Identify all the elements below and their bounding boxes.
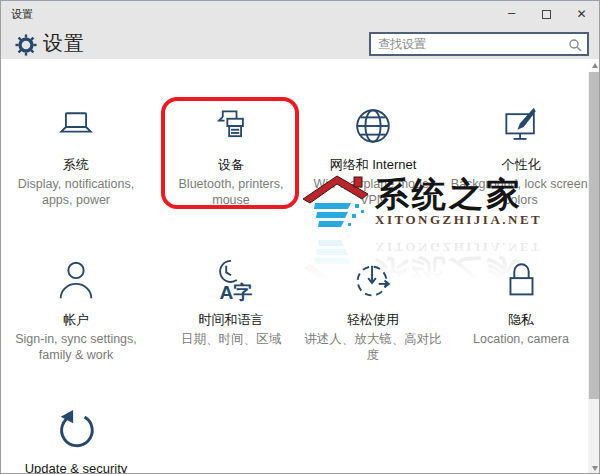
svg-text:A字: A字 (220, 282, 253, 303)
tile-subtitle: Location, camera (450, 331, 592, 347)
tile-title: 隐私 (441, 311, 600, 329)
tile-subtitle: Bluetooth, printers, mouse (160, 176, 302, 208)
window-controls: – ✕ (494, 1, 599, 27)
tile-subtitle: Background, lock screen, colors (450, 176, 592, 208)
chevron-up-icon (592, 63, 598, 68)
titlebar-title: 设置 (11, 7, 33, 22)
scrollbar-thumb[interactable] (589, 72, 600, 399)
laptop-icon (0, 101, 156, 149)
tile-update-security[interactable]: Update & security Windows Update (0, 406, 156, 474)
tile-network[interactable]: 网络和 Internet Wi-Fi, airplane mode, VPN (293, 101, 453, 208)
printer-devices-icon (151, 101, 311, 149)
monitor-brush-icon (441, 101, 600, 149)
page-title: 设置 (43, 30, 85, 57)
tile-accounts[interactable]: 帐户 Sign-in, sync settings, family & work (0, 256, 156, 363)
tile-title: 个性化 (441, 156, 600, 174)
tile-subtitle: Sign-in, sync settings, family & work (5, 331, 147, 363)
gear-icon (15, 34, 37, 60)
dashed-circle-arrow-icon (293, 256, 453, 304)
lock-icon (441, 256, 600, 304)
tile-subtitle: 讲述人、放大镜、高对比度 (302, 331, 444, 363)
tile-ease-of-access[interactable]: 轻松使用 讲述人、放大镜、高对比度 (293, 256, 453, 363)
chevron-down-icon (592, 466, 598, 471)
tile-personalization[interactable]: 个性化 Background, lock screen, colors (441, 101, 600, 208)
search-input[interactable] (371, 34, 587, 54)
search-icon[interactable] (568, 38, 582, 56)
watermark-en-text: XITONGZHIJIA.NET (375, 212, 542, 228)
scroll-up-button[interactable] (588, 59, 600, 72)
tile-title: 系统 (0, 156, 156, 174)
tile-time-language[interactable]: A字 时间和语言 日期、时间、区域 (151, 256, 311, 347)
tile-title: 帐户 (0, 311, 156, 329)
scrollbar (588, 59, 600, 474)
refresh-arrow-icon (0, 406, 156, 454)
titlebar[interactable]: 设置 – ✕ (1, 1, 599, 27)
tile-title: Update & security (0, 461, 156, 474)
settings-window: 设置 – ✕ 设置 (0, 0, 600, 474)
settings-content: 系统 Display, notifications, apps, power 设… (1, 59, 600, 474)
close-button[interactable]: ✕ (564, 1, 599, 27)
scroll-down-button[interactable] (588, 462, 600, 474)
search-box (369, 32, 589, 56)
tile-subtitle: Wi-Fi, airplane mode, VPN (302, 176, 444, 208)
minimize-icon: – (508, 6, 515, 19)
clock-language-icon: A字 (151, 256, 311, 304)
tile-privacy[interactable]: 隐私 Location, camera (441, 256, 600, 347)
tile-devices[interactable]: 设备 Bluetooth, printers, mouse (151, 101, 311, 208)
tile-subtitle: 日期、时间、区域 (160, 331, 302, 347)
maximize-button[interactable] (529, 1, 564, 27)
tile-title: 设备 (151, 156, 311, 174)
tile-title: 网络和 Internet (293, 156, 453, 174)
globe-icon (293, 101, 453, 149)
person-icon (0, 256, 156, 304)
window-chrome: 设置 – ✕ 设置 (1, 1, 599, 59)
maximize-icon (542, 10, 551, 19)
tile-system[interactable]: 系统 Display, notifications, apps, power (0, 101, 156, 208)
tile-subtitle: Display, notifications, apps, power (5, 176, 147, 208)
minimize-button[interactable]: – (494, 1, 529, 27)
tile-title: 时间和语言 (151, 311, 311, 329)
close-icon: ✕ (576, 8, 586, 20)
tile-title: 轻松使用 (293, 311, 453, 329)
